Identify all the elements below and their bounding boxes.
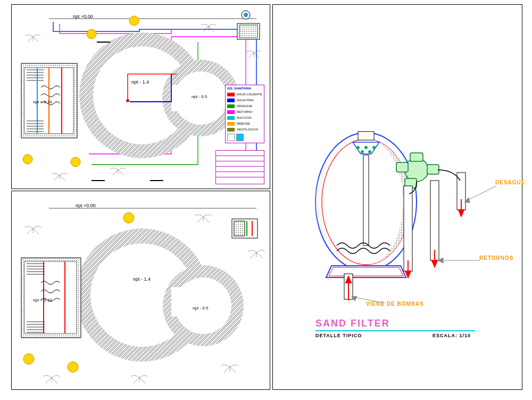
legend-header: ISS. SANITARIA <box>227 87 251 90</box>
svg-point-67 <box>123 213 134 223</box>
label-npt-small-bot: npt - 0.5 <box>193 306 208 311</box>
label-npt-deck-bot: npt + 0.10 <box>33 298 52 303</box>
subtitle-detalle: DETALLE TIPICO <box>315 333 362 338</box>
panel-plan-sanitary: npt +0.00 npt - 1.4 npt - 0.5 npt + 0.10… <box>11 4 270 189</box>
label-npt-deck-top: npt + 0.10 <box>33 100 52 104</box>
plan-bottom-svg <box>12 191 270 389</box>
callout-desague: DESAGUE <box>495 179 525 185</box>
svg-rect-87 <box>404 186 412 271</box>
legend-row: RETORNO <box>227 109 262 115</box>
svg-point-75 <box>364 146 368 149</box>
svg-point-11 <box>126 99 129 102</box>
svg-point-30 <box>244 13 248 17</box>
label-npt-main-bot: npt - 1.4 <box>133 276 151 282</box>
svg-point-76 <box>372 146 376 149</box>
title-block <box>215 150 264 184</box>
svg-rect-64 <box>234 221 245 236</box>
legend-row: SUCCION <box>227 115 262 120</box>
svg-point-68 <box>23 354 34 364</box>
subtitle-escala: ESCALA: 1/10 <box>433 333 471 338</box>
svg-rect-85 <box>363 155 369 246</box>
label-npt-main-top: npt - 1.4 <box>131 79 149 85</box>
label-npt-small-top: npt - 0.5 <box>192 94 207 99</box>
svg-rect-82 <box>427 165 439 174</box>
svg-marker-93 <box>405 271 411 277</box>
legend-box: ISS. SANITARIA AGUA CALIENTE AGUA FRIA D… <box>225 85 264 143</box>
legend-row: VENTILACION <box>227 127 262 132</box>
legend-row: DESAGUE <box>227 103 262 109</box>
svg-rect-84 <box>396 162 408 172</box>
drawing-sheet: npt +0.00 npt - 1.4 npt - 0.5 npt + 0.10… <box>0 0 532 400</box>
svg-point-78 <box>368 150 371 153</box>
svg-point-69 <box>68 362 78 372</box>
svg-marker-95 <box>432 260 437 267</box>
title-sand-filter: SAND FILTER <box>315 318 390 329</box>
svg-rect-79 <box>358 132 374 140</box>
callout-bombas: VIENE DE BOMBAS <box>366 301 424 307</box>
svg-point-32 <box>23 154 32 164</box>
svg-rect-48 <box>171 287 203 316</box>
svg-point-31 <box>129 16 139 26</box>
sand-filter-svg <box>273 5 522 389</box>
svg-point-74 <box>356 146 360 149</box>
panel-plan-floor: npt +0.00 npt - 1.4 npt - 0.5 npt + 0.10 <box>11 191 270 390</box>
svg-point-77 <box>361 150 364 153</box>
legend-row: AGUA CALIENTE <box>227 92 262 97</box>
panel-sand-filter: DESAGUE RETORNOS VIENE DE BOMBAS SAND FI… <box>272 4 522 390</box>
svg-point-33 <box>71 157 80 167</box>
svg-rect-88 <box>430 181 439 260</box>
svg-rect-81 <box>410 153 423 161</box>
svg-point-34 <box>87 29 96 39</box>
label-npt-datum-top: npt +0.00 <box>73 14 93 19</box>
label-npt-datum-bot: npt +0.00 <box>76 203 96 208</box>
legend-row: AGUA FRIA <box>227 97 262 103</box>
legend-row: REBOSE <box>227 121 262 126</box>
svg-rect-28 <box>239 25 257 38</box>
callout-retornos: RETORNOS <box>479 255 514 261</box>
svg-marker-97 <box>459 210 464 216</box>
